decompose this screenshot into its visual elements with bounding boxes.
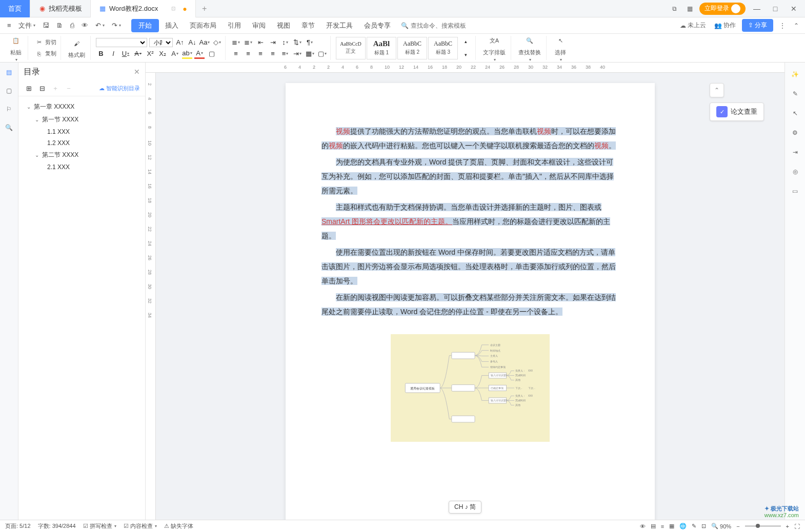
outline-expand-icon[interactable]: ⊞ (24, 84, 34, 94)
print-icon[interactable]: ⎙ (67, 19, 77, 31)
smart-outline-button[interactable]: ☁智能识别目录 (99, 85, 140, 92)
superscript-button[interactable]: X² (145, 49, 155, 59)
paper-check-button[interactable]: ✓ 论文查重 (710, 103, 764, 121)
italic-button[interactable]: I (108, 49, 118, 59)
zoom-in-button[interactable]: + (786, 523, 789, 529)
zoom-fit-icon[interactable]: ⊡ (701, 523, 706, 529)
zoom-out-button[interactable]: − (736, 523, 739, 529)
subscript-button[interactable]: X₂ (157, 49, 168, 59)
tree-item-chapter1[interactable]: ⌄第一章 XXXXX (21, 100, 143, 113)
copy-button[interactable]: ⎘复制 (33, 49, 57, 59)
zoom-slider[interactable] (745, 525, 781, 527)
para-1[interactable]: 视频提供了功能强大的方法帮助您证明您的观点。当您单击联机视频时，可以在想要添加的… (321, 124, 619, 153)
view-web-icon[interactable]: ▦ (669, 523, 674, 529)
decrease-indent-button[interactable]: ⇤ (255, 37, 266, 48)
bookmark-rail-icon[interactable]: ▢ (4, 85, 15, 96)
redo-icon[interactable]: ↷▾ (109, 19, 124, 31)
pen-rail-icon[interactable]: ✎ (790, 88, 801, 99)
tab-menu-icon[interactable]: ⊡ (171, 6, 175, 11)
border-button[interactable]: ▢▾ (317, 49, 327, 59)
outline-close-icon[interactable]: ✕ (134, 68, 140, 76)
window-split-icon[interactable]: ⧉ (669, 3, 680, 14)
eye-icon[interactable]: 👁 (640, 523, 646, 529)
tab-button[interactable]: ⇥▾ (292, 49, 303, 59)
shading-button[interactable]: ▦▾ (305, 49, 315, 59)
tree-item-1-2[interactable]: 1.2 XXX (21, 137, 143, 149)
align-justify-button[interactable]: ≡ (268, 49, 278, 59)
command-search[interactable]: 🔍 (401, 22, 488, 29)
login-button[interactable]: 立即登录 (699, 3, 746, 15)
highlight-button[interactable]: ab▾ (182, 49, 192, 59)
paste-button[interactable]: 📋 粘贴▾ (7, 33, 25, 63)
tab-close-icon[interactable]: ● (183, 5, 187, 13)
outline-add-icon[interactable]: + (50, 84, 61, 94)
para-2[interactable]: 为使您的文档具有专业外观，Word 提供了页眉、页脚、封面和文本框设计，这些设计… (321, 155, 619, 198)
numbering-button[interactable]: ≣▾ (243, 37, 253, 48)
view-read-icon[interactable]: 🌐 (679, 523, 687, 529)
text-effect-button[interactable]: A▾ (170, 49, 180, 59)
underline-button[interactable]: U▾ (120, 49, 131, 59)
ai-rail-icon[interactable]: ✨ (790, 69, 801, 80)
increase-indent-button[interactable]: ⇥ (268, 37, 278, 48)
clear-format-icon[interactable]: ◇▾ (212, 37, 222, 48)
style-more-icon[interactable]: ▾ (460, 50, 471, 60)
save-as-icon[interactable]: 🗎 (53, 19, 66, 31)
select-button[interactable]: ↖选择▾ (552, 33, 569, 63)
tab-add-button[interactable]: + (196, 0, 213, 17)
ime-indicator[interactable]: CH ♪ 简 (449, 501, 481, 514)
para-3[interactable]: 主题和样式也有助于文档保持协调。当您单击设计并选择新的主题时，图片、图表或 Sm… (321, 200, 619, 243)
edit-mode-icon[interactable]: ✎ (692, 523, 696, 529)
minimize-button[interactable]: — (750, 2, 764, 16)
cloud-status[interactable]: ☁未上云 (678, 20, 708, 31)
menu-tab-reference[interactable]: 引用 (223, 19, 246, 32)
outline-rail-icon[interactable]: ▤ (4, 67, 15, 78)
para-5[interactable]: 在新的阅读视图中阅读更加容易。可以折叠文档某些部分并关注所需文本。如果在达到结尾… (321, 290, 619, 319)
menu-tab-member[interactable]: 会员专享 (359, 19, 396, 32)
grid-icon[interactable]: ▦ (684, 3, 695, 14)
change-case-icon[interactable]: Aa▾ (199, 37, 210, 48)
font-color-button[interactable]: A▾ (194, 49, 205, 59)
tree-item-section1[interactable]: ⌄第一节 XXXX (21, 113, 143, 126)
settings-rail-icon[interactable]: ⚙ (790, 127, 801, 138)
format-painter-button[interactable]: 🖌 格式刷 (66, 36, 87, 60)
maximize-button[interactable]: □ (768, 2, 782, 16)
hamburger-icon[interactable]: ≡ (4, 19, 14, 31)
book-rail-icon[interactable]: ▭ (790, 186, 801, 197)
flag-rail-icon[interactable]: ⚐ (4, 104, 15, 115)
line-spacing-button[interactable]: ↕▾ (280, 37, 290, 48)
cursor-rail-icon[interactable]: ↖ (790, 108, 801, 119)
tab-home[interactable]: 首页 (0, 0, 30, 17)
page-scroll[interactable]: 视频提供了功能强大的方法帮助您证明您的观点。当您单击联机视频时，可以在想要添加的… (156, 73, 784, 520)
location-rail-icon[interactable]: ◎ (790, 166, 801, 177)
vertical-ruler[interactable]: 246810121416182022242628303234 (146, 73, 156, 520)
menu-tab-start[interactable]: 开始 (131, 19, 159, 32)
tree-item-section2[interactable]: ⌄第二节 XXXX (21, 149, 143, 161)
tab-template[interactable]: ◉ 找稻壳模板 (30, 0, 91, 17)
document-page[interactable]: 视频提供了功能强大的方法帮助您证明您的观点。当您单击联机视频时，可以在想要添加的… (286, 83, 655, 520)
status-content[interactable]: ☑ 内容检查 ▾ (124, 522, 157, 530)
show-marks-button[interactable]: ¶▾ (305, 37, 315, 48)
style-h3[interactable]: AaBbC标题 3 (428, 37, 458, 59)
search-rail-icon[interactable]: 🔍 (4, 122, 15, 133)
share-button[interactable]: ⇪ 分享 (742, 19, 773, 32)
increase-font-icon[interactable]: A↑ (175, 37, 185, 48)
collapse-float-icon[interactable]: ⌃ (710, 83, 724, 97)
char-border-button[interactable]: ▢ (207, 49, 217, 59)
print-preview-icon[interactable]: 👁 (78, 19, 91, 31)
status-font-missing[interactable]: ⚠ 缺失字体 (164, 522, 193, 530)
save-icon[interactable]: 🖫 (39, 19, 52, 31)
menu-file[interactable]: 文件▾ (15, 19, 38, 32)
tree-item-1-1[interactable]: 1.1 XXX (21, 126, 143, 137)
decrease-font-icon[interactable]: A↓ (187, 37, 197, 48)
align-left-button[interactable]: ≡ (231, 49, 241, 59)
menu-tab-dev[interactable]: 开发工具 (321, 19, 358, 32)
distribute-button[interactable]: ≡▾ (280, 49, 290, 59)
menu-tab-view[interactable]: 视图 (272, 19, 295, 32)
style-h1[interactable]: AaBl标题 1 (367, 37, 396, 59)
search-input[interactable] (411, 22, 488, 29)
outline-remove-icon[interactable]: − (64, 84, 74, 94)
menu-tab-layout[interactable]: 页面布局 (185, 19, 222, 32)
collapse-ribbon-icon[interactable]: ⌃ (792, 21, 801, 30)
align-center-button[interactable]: ≡ (243, 49, 253, 59)
cut-button[interactable]: ✂剪切 (33, 37, 57, 48)
